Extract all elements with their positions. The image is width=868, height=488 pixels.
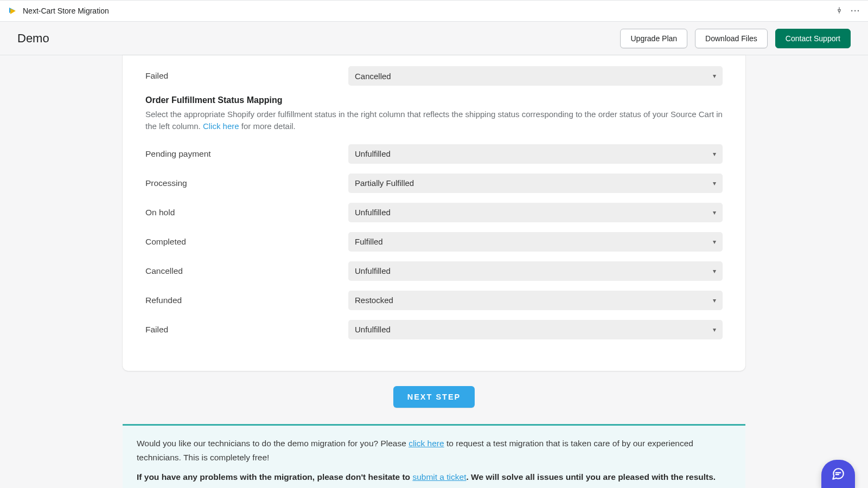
- row-label: Refunded: [145, 296, 348, 305]
- row-label: Cancelled: [145, 266, 348, 276]
- status-select[interactable]: Restocked▾: [348, 291, 723, 310]
- select-value: Unfulfilled: [355, 266, 391, 275]
- app-title: Next-Cart Store Migration: [23, 7, 109, 15]
- click-here-request-link[interactable]: click here: [409, 439, 444, 448]
- mapping-row: CompletedFulfilled▾: [145, 232, 723, 252]
- chat-widget-button[interactable]: [821, 460, 855, 488]
- pin-icon[interactable]: [835, 7, 843, 16]
- click-here-link[interactable]: Click here: [203, 121, 239, 131]
- chat-icon: [831, 467, 845, 481]
- section-description: Select the appropriate Shopify order ful…: [145, 108, 723, 132]
- mapping-card: Failed Cancelled ▾ Order Fulfillment Sta…: [123, 55, 745, 371]
- mapping-row: CancelledUnfulfilled▾: [145, 261, 723, 281]
- select-value: Cancelled: [355, 72, 391, 81]
- contact-support-button[interactable]: Contact Support: [775, 29, 851, 48]
- more-icon[interactable]: ···: [851, 7, 860, 15]
- select-value: Unfulfilled: [355, 325, 391, 334]
- status-select[interactable]: Cancelled ▾: [348, 66, 723, 86]
- chevron-down-icon: ▾: [713, 72, 716, 80]
- select-value: Restocked: [355, 296, 393, 305]
- download-files-button[interactable]: Download Files: [695, 29, 768, 48]
- select-value: Fulfilled: [355, 237, 383, 246]
- row-label: Failed: [145, 71, 348, 81]
- status-select[interactable]: Unfulfilled▾: [348, 320, 723, 339]
- row-label: Pending payment: [145, 149, 348, 159]
- mapping-row: Pending paymentUnfulfilled▾: [145, 144, 723, 164]
- upgrade-plan-button[interactable]: Upgrade Plan: [620, 29, 687, 48]
- chevron-down-icon: ▾: [713, 238, 716, 246]
- page-header: Demo Upgrade Plan Download Files Contact…: [0, 22, 868, 55]
- chevron-down-icon: ▾: [713, 297, 716, 304]
- status-select[interactable]: Unfulfilled▾: [348, 203, 723, 222]
- chevron-down-icon: ▾: [713, 209, 716, 216]
- chevron-down-icon: ▾: [713, 326, 716, 333]
- info-box: Would you like our technicians to do the…: [123, 424, 745, 489]
- row-label: Processing: [145, 178, 348, 188]
- titlebar: Next-Cart Store Migration ···: [0, 0, 868, 22]
- page-title: Demo: [17, 31, 49, 46]
- status-select[interactable]: Unfulfilled▾: [348, 261, 723, 281]
- status-select[interactable]: Fulfilled▾: [348, 232, 723, 252]
- mapping-row: RefundedRestocked▾: [145, 291, 723, 310]
- row-label: On hold: [145, 208, 348, 217]
- chevron-down-icon: ▾: [713, 267, 716, 275]
- submit-ticket-link[interactable]: submit a ticket: [412, 472, 466, 481]
- mapping-row-failed-top: Failed Cancelled ▾: [145, 66, 723, 86]
- chevron-down-icon: ▾: [713, 150, 716, 158]
- row-label: Failed: [145, 325, 348, 335]
- next-step-button[interactable]: NEXT STEP: [393, 386, 475, 408]
- mapping-row: On holdUnfulfilled▾: [145, 203, 723, 222]
- status-select[interactable]: Partially Fulfilled▾: [348, 174, 723, 193]
- app-logo-icon: [8, 6, 17, 16]
- status-select[interactable]: Unfulfilled▾: [348, 144, 723, 164]
- row-label: Completed: [145, 237, 348, 247]
- chevron-down-icon: ▾: [713, 179, 716, 187]
- mapping-row: FailedUnfulfilled▾: [145, 320, 723, 339]
- mapping-row: ProcessingPartially Fulfilled▾: [145, 174, 723, 193]
- select-value: Unfulfilled: [355, 208, 391, 217]
- select-value: Unfulfilled: [355, 149, 391, 158]
- header-actions: Upgrade Plan Download Files Contact Supp…: [620, 29, 851, 48]
- section-title: Order Fulfillment Status Mapping: [145, 95, 723, 105]
- select-value: Partially Fulfilled: [355, 178, 414, 188]
